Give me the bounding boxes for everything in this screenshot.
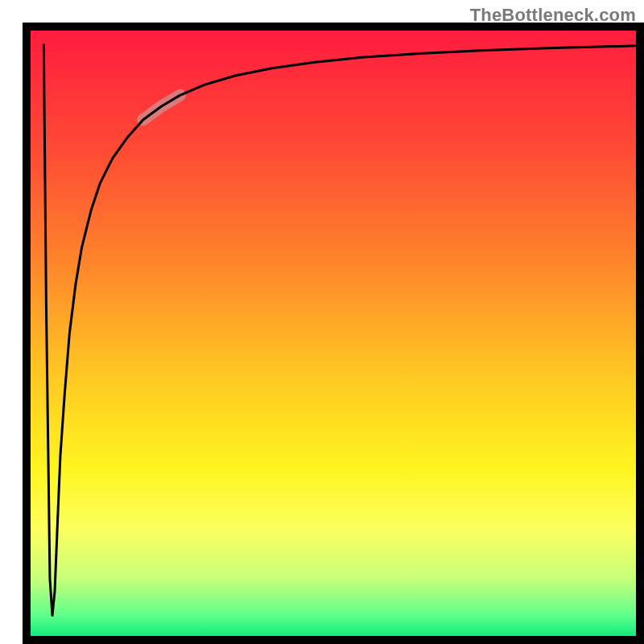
watermark-text: TheBottleneck.com xyxy=(470,5,636,26)
chart-container: TheBottleneck.com xyxy=(0,0,644,644)
gradient-background xyxy=(27,27,640,640)
plot-area xyxy=(27,27,640,640)
chart-svg xyxy=(0,0,644,644)
